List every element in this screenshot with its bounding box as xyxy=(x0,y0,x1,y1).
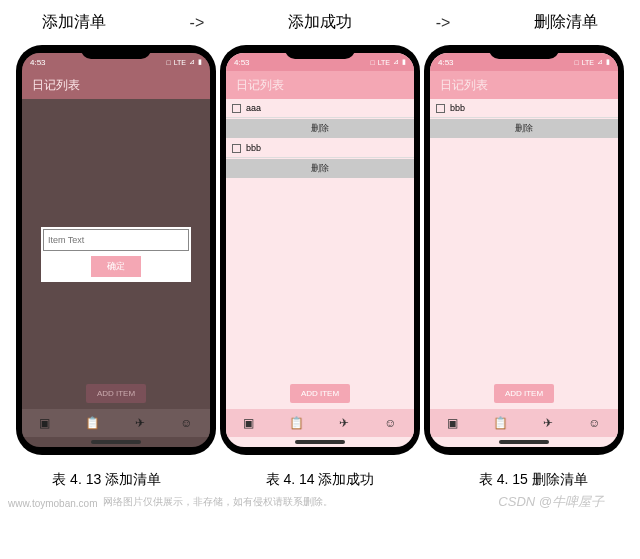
status-right: □ LTE ⊿ ▮ xyxy=(370,58,406,66)
list-item: aaa 删除 xyxy=(226,99,414,139)
nav-send-icon[interactable]: ✈ xyxy=(339,416,349,430)
app-bar: 日记列表 xyxy=(22,71,210,99)
confirm-button[interactable]: 确定 xyxy=(91,256,141,277)
nav-face-icon[interactable]: ☺ xyxy=(180,416,192,430)
phone-mockup-2: 4:53 □ LTE ⊿ ▮ 日记列表 aaa 删除 xyxy=(220,45,420,455)
add-item-modal: 确定 xyxy=(41,227,191,282)
battery-icon: ▮ xyxy=(198,58,202,66)
header-label-2: 添加成功 xyxy=(288,12,352,33)
sim-icon: □ xyxy=(166,59,170,66)
nav-face-icon[interactable]: ☺ xyxy=(588,416,600,430)
note-watermark: 网络图片仅供展示，非存储，如有侵权请联系删除。 xyxy=(103,495,333,509)
captions-row: 表 4. 13 添加清单 表 4. 14 添加成功 表 4. 15 删除清单 xyxy=(0,455,640,495)
checkbox-icon[interactable] xyxy=(232,144,241,153)
item-row[interactable]: bbb xyxy=(430,99,618,118)
nav-send-icon[interactable]: ✈ xyxy=(135,416,145,430)
battery-icon: ▮ xyxy=(402,58,406,66)
add-item-button[interactable]: ADD ITEM xyxy=(290,384,350,403)
nav-home-icon[interactable]: ▣ xyxy=(243,416,254,430)
app-bar-title: 日记列表 xyxy=(236,77,284,94)
app-bar-title: 日记列表 xyxy=(32,77,80,94)
phone-screen: 4:53 □ LTE ⊿ ▮ 日记列表 bbb 删除 xyxy=(430,53,618,447)
phone-mockup-1: 4:53 □ LTE ⊿ ▮ 日记列表 确定 ADD ITEM xyxy=(16,45,216,455)
signal-icon: ⊿ xyxy=(597,58,603,66)
header-label-1: 添加清单 xyxy=(42,12,106,33)
header-labels: 添加清单 -> 添加成功 -> 删除清单 xyxy=(0,0,640,45)
phone-notch xyxy=(489,45,559,59)
header-label-3: 删除清单 xyxy=(534,12,598,33)
nav-face-icon[interactable]: ☺ xyxy=(384,416,396,430)
phone-screen: 4:53 □ LTE ⊿ ▮ 日记列表 aaa 删除 xyxy=(226,53,414,447)
status-time: 4:53 xyxy=(30,58,46,67)
list-item: bbb 删除 xyxy=(430,99,618,139)
phones-row: 4:53 □ LTE ⊿ ▮ 日记列表 确定 ADD ITEM xyxy=(0,45,640,455)
nav-home-icon[interactable]: ▣ xyxy=(447,416,458,430)
content-area: 确定 ADD ITEM xyxy=(22,99,210,409)
content-area: aaa 删除 bbb 删除 ADD ITEM xyxy=(226,99,414,409)
phone-notch xyxy=(285,45,355,59)
bottom-nav: ▣ 📋 ✈ ☺ xyxy=(226,409,414,437)
home-indicator xyxy=(295,440,345,444)
item-row[interactable]: bbb xyxy=(226,139,414,158)
caption-3: 表 4. 15 删除清单 xyxy=(479,471,588,489)
item-text: bbb xyxy=(246,143,261,153)
lte-label: LTE xyxy=(582,59,594,66)
delete-button[interactable]: 删除 xyxy=(226,119,414,138)
battery-icon: ▮ xyxy=(606,58,610,66)
content-area: bbb 删除 ADD ITEM xyxy=(430,99,618,409)
status-time: 4:53 xyxy=(438,58,454,67)
add-item-button[interactable]: ADD ITEM xyxy=(494,384,554,403)
signal-icon: ⊿ xyxy=(189,58,195,66)
item-text: bbb xyxy=(450,103,465,113)
signal-icon: ⊿ xyxy=(393,58,399,66)
item-row[interactable]: aaa xyxy=(226,99,414,118)
phone-notch xyxy=(81,45,151,59)
checkbox-icon[interactable] xyxy=(436,104,445,113)
status-time: 4:53 xyxy=(234,58,250,67)
lte-label: LTE xyxy=(378,59,390,66)
home-indicator xyxy=(91,440,141,444)
status-right: □ LTE ⊿ ▮ xyxy=(166,58,202,66)
checkbox-icon[interactable] xyxy=(232,104,241,113)
nav-list-icon[interactable]: 📋 xyxy=(493,416,508,430)
delete-button[interactable]: 删除 xyxy=(430,119,618,138)
phone-mockup-3: 4:53 □ LTE ⊿ ▮ 日记列表 bbb 删除 xyxy=(424,45,624,455)
item-text: aaa xyxy=(246,103,261,113)
item-text-input[interactable] xyxy=(43,229,189,251)
phone-screen: 4:53 □ LTE ⊿ ▮ 日记列表 确定 ADD ITEM xyxy=(22,53,210,447)
arrow-icon: -> xyxy=(190,14,205,32)
app-bar-title: 日记列表 xyxy=(440,77,488,94)
nav-send-icon[interactable]: ✈ xyxy=(543,416,553,430)
caption-1: 表 4. 13 添加清单 xyxy=(52,471,161,489)
arrow-icon: -> xyxy=(436,14,451,32)
nav-home-icon[interactable]: ▣ xyxy=(39,416,50,430)
home-indicator xyxy=(499,440,549,444)
app-bar: 日记列表 xyxy=(430,71,618,99)
nav-list-icon[interactable]: 📋 xyxy=(289,416,304,430)
csdn-watermark: CSDN @牛啤屋子 xyxy=(498,493,604,511)
sim-icon: □ xyxy=(574,59,578,66)
app-bar: 日记列表 xyxy=(226,71,414,99)
lte-label: LTE xyxy=(174,59,186,66)
bottom-nav: ▣ 📋 ✈ ☺ xyxy=(430,409,618,437)
caption-2: 表 4. 14 添加成功 xyxy=(266,471,375,489)
site-watermark: www.toymoban.com xyxy=(8,498,97,509)
bottom-nav: ▣ 📋 ✈ ☺ xyxy=(22,409,210,437)
nav-list-icon[interactable]: 📋 xyxy=(85,416,100,430)
sim-icon: □ xyxy=(370,59,374,66)
status-right: □ LTE ⊿ ▮ xyxy=(574,58,610,66)
delete-button[interactable]: 删除 xyxy=(226,159,414,178)
modal-overlay: 确定 xyxy=(22,99,210,409)
list-item: bbb 删除 xyxy=(226,139,414,179)
